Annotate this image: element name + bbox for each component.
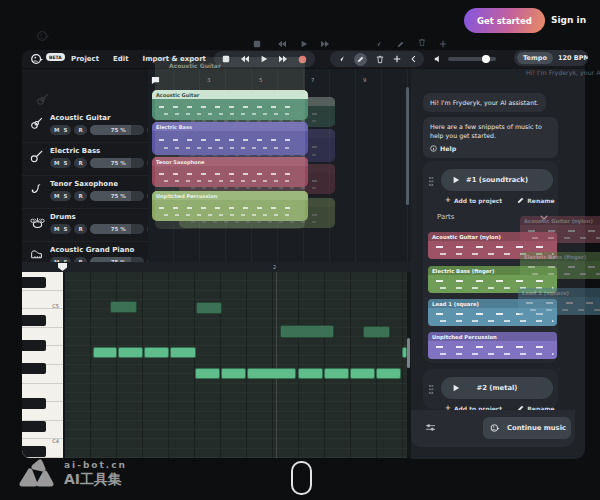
record-button[interactable] xyxy=(298,55,307,64)
midi-note[interactable] xyxy=(298,368,323,379)
track-volume[interactable]: 75 % xyxy=(90,191,144,201)
midi-note[interactable] xyxy=(195,368,220,379)
part-card[interactable]: Unpitched Percussion xyxy=(428,332,557,359)
track-volume[interactable]: 75 % xyxy=(90,224,144,234)
volume-slider[interactable] xyxy=(448,57,496,61)
menubar: BETA ProjectEditImport & exportHelp xyxy=(22,50,585,68)
delete-tool-button[interactable] xyxy=(376,55,384,64)
black-key[interactable] xyxy=(22,340,46,351)
midi-note[interactable] xyxy=(363,326,390,338)
record-arm-button[interactable]: R xyxy=(74,224,86,234)
midi-note[interactable] xyxy=(280,325,334,338)
arrangement-timeline[interactable]: 3579 Acoustic Guitar Electric Bass Tenor… xyxy=(148,68,411,263)
get-started-button[interactable]: Get started xyxy=(464,8,545,33)
note-grid[interactable] xyxy=(65,272,407,458)
assistant-panel: Hi! I'm Fryderyk, your AI assistant. Her… xyxy=(411,68,585,459)
track-volume[interactable]: 75 % xyxy=(90,158,144,168)
record-arm-button[interactable]: R xyxy=(74,191,86,201)
midi-note[interactable] xyxy=(196,302,222,314)
midi-note[interactable] xyxy=(110,301,137,313)
mute-solo-buttons[interactable]: M S xyxy=(50,191,71,201)
add-tool-button[interactable] xyxy=(393,55,401,63)
play-button[interactable] xyxy=(260,55,268,63)
volume-knob[interactable] xyxy=(482,55,490,63)
record-arm-button[interactable]: R xyxy=(74,158,86,168)
draw-tool-button[interactable] xyxy=(354,53,367,66)
bird-icon xyxy=(490,423,501,434)
menu-item-edit[interactable]: Edit xyxy=(110,55,132,63)
solo-button[interactable]: S xyxy=(63,160,67,166)
bar-number: 2 xyxy=(273,264,276,270)
black-key[interactable] xyxy=(22,277,46,288)
menu-item-import-export[interactable]: Import & export xyxy=(140,55,209,63)
black-key[interactable] xyxy=(22,421,46,432)
midi-note[interactable] xyxy=(350,368,375,379)
help-link[interactable]: Help xyxy=(430,144,551,153)
midi-note[interactable] xyxy=(376,368,401,379)
black-key[interactable] xyxy=(22,398,46,409)
solo-button[interactable]: S xyxy=(63,226,67,232)
midi-note[interactable] xyxy=(324,368,349,379)
part-card[interactable]: Electric Bass (finger) xyxy=(428,266,557,293)
mute-button[interactable]: M xyxy=(54,160,59,166)
track-row[interactable]: Drums M S R 75 % + xyxy=(22,208,148,242)
track-volume[interactable]: 75 % xyxy=(90,125,144,135)
part-card[interactable]: Acoustic Guitar (nylon) xyxy=(428,232,557,259)
black-key[interactable] xyxy=(22,446,46,457)
comment-marker-icon[interactable] xyxy=(151,76,160,85)
timeline-clip[interactable]: Electric Bass xyxy=(152,122,308,155)
snippet-1-play-pill[interactable]: #1 (soundtrack) xyxy=(441,169,553,191)
snippet-2-play-pill[interactable]: #2 (metal) xyxy=(441,377,553,399)
timeline-clip[interactable]: Unpitched Percussion xyxy=(152,191,308,221)
track-row[interactable]: Tenor Saxophone M S R 75 % + xyxy=(22,175,148,209)
black-key[interactable] xyxy=(22,315,46,326)
tempo-control[interactable]: Tempo 120 BPM xyxy=(514,50,588,66)
mute-button[interactable]: M xyxy=(54,226,59,232)
mute-solo-buttons[interactable]: M S xyxy=(50,158,71,168)
midi-note[interactable] xyxy=(221,368,246,379)
drag-handle-icon[interactable] xyxy=(429,177,434,186)
piano-roll-scrollbar[interactable] xyxy=(407,338,410,368)
record-arm-button[interactable]: R xyxy=(74,125,86,135)
piano-roll-ruler[interactable]: 2 xyxy=(22,262,411,272)
midi-note[interactable] xyxy=(170,347,196,358)
parts-header[interactable]: Parts xyxy=(437,213,548,221)
track-row[interactable]: Acoustic Guitar M S R 75 % + xyxy=(22,109,148,143)
mute-solo-buttons[interactable]: M S xyxy=(50,125,71,135)
midi-note[interactable] xyxy=(247,368,296,379)
add-to-project-button[interactable]: +Add to project xyxy=(445,196,502,204)
track-row[interactable]: Electric Bass M S R 75 % + xyxy=(22,142,148,176)
menu-item-project[interactable]: Project xyxy=(68,55,102,63)
continue-music-button[interactable]: Continue music xyxy=(483,417,571,439)
solo-button[interactable]: S xyxy=(63,127,67,133)
track-list: Acoustic Guitar M S R 75 % + Electric Ba… xyxy=(22,68,148,263)
midi-note[interactable] xyxy=(144,347,169,358)
midi-note[interactable] xyxy=(118,347,143,358)
sign-in-link[interactable]: Sign in xyxy=(551,15,586,25)
track-volume-value: 75 % xyxy=(111,193,126,199)
solo-button[interactable]: S xyxy=(63,193,67,199)
mute-button[interactable]: M xyxy=(54,193,59,199)
rename-button[interactable]: Rename xyxy=(517,197,554,204)
midi-note[interactable] xyxy=(93,347,117,358)
mute-solo-buttons[interactable]: M S xyxy=(50,224,71,234)
mute-button[interactable]: M xyxy=(54,127,59,133)
settings-sliders-icon[interactable] xyxy=(425,423,436,432)
snippet-card-1: #1 (soundtrack) +Add to project Rename P… xyxy=(423,161,558,363)
black-key[interactable] xyxy=(22,363,46,374)
rewind-button[interactable] xyxy=(240,55,250,63)
fast-forward-button[interactable] xyxy=(278,55,288,63)
select-tool-button[interactable] xyxy=(337,55,345,63)
timeline-scrollbar[interactable] xyxy=(406,87,409,205)
ruler-number: 9 xyxy=(363,77,367,83)
speaker-icon[interactable] xyxy=(434,55,442,63)
part-card[interactable]: Lead 1 (square) xyxy=(428,299,557,326)
drag-handle-icon[interactable] xyxy=(429,385,434,394)
ruler-number: 7 xyxy=(311,77,315,83)
collapse-button[interactable] xyxy=(410,55,417,63)
timeline-clip[interactable]: Acoustic Guitar xyxy=(152,90,308,120)
timeline-clip[interactable]: Tenor Saxophone xyxy=(152,157,308,187)
playhead-marker[interactable] xyxy=(58,263,67,271)
piano-keys[interactable]: C5C4 xyxy=(22,272,63,458)
stop-button[interactable] xyxy=(222,55,230,63)
